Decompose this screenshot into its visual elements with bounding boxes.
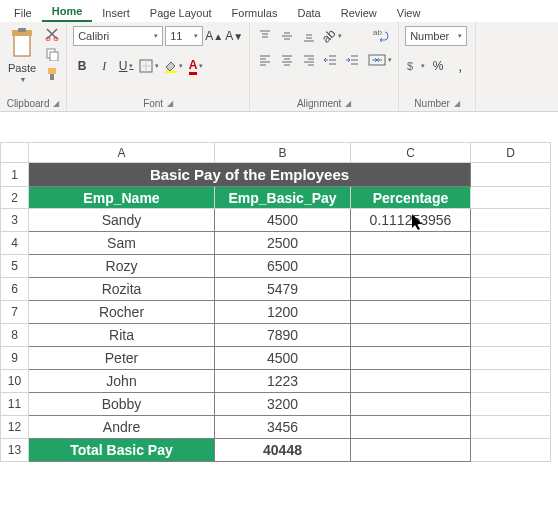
- comma-button[interactable]: ,: [451, 56, 469, 76]
- cell[interactable]: [351, 255, 471, 278]
- chevron-down-icon: ▾: [458, 32, 462, 40]
- cell[interactable]: 6500: [215, 255, 351, 278]
- cell[interactable]: 1200: [215, 301, 351, 324]
- col-emp-name[interactable]: Emp_Name: [29, 187, 215, 209]
- cell[interactable]: [351, 232, 471, 255]
- cell[interactable]: Andre: [29, 416, 215, 439]
- tab-view[interactable]: View: [387, 4, 431, 22]
- tab-formulas[interactable]: Formulas: [222, 4, 288, 22]
- cell[interactable]: [351, 301, 471, 324]
- cell[interactable]: [351, 416, 471, 439]
- select-all-corner[interactable]: [1, 143, 29, 163]
- cell[interactable]: [351, 370, 471, 393]
- align-left-button[interactable]: [256, 50, 274, 70]
- cell[interactable]: 2500: [215, 232, 351, 255]
- row-header[interactable]: 13: [1, 439, 29, 462]
- increase-font-button[interactable]: A▲: [205, 26, 223, 46]
- cell[interactable]: 3200: [215, 393, 351, 416]
- col-emp-pay[interactable]: Emp_Basic_Pay: [215, 187, 351, 209]
- cell[interactable]: Rita: [29, 324, 215, 347]
- copy-button[interactable]: [44, 46, 60, 62]
- tab-file[interactable]: File: [4, 4, 42, 22]
- cell[interactable]: Rocher: [29, 301, 215, 324]
- expand-icon[interactable]: ◢: [53, 99, 59, 108]
- cut-icon: [45, 27, 59, 41]
- sheet-title[interactable]: Basic Pay of the Employees: [29, 163, 471, 187]
- col-header-d[interactable]: D: [471, 143, 551, 163]
- row-header[interactable]: 2: [1, 187, 29, 209]
- italic-button[interactable]: I: [95, 56, 113, 76]
- currency-button[interactable]: $▾: [405, 56, 425, 76]
- cell[interactable]: [351, 278, 471, 301]
- paste-button[interactable]: Paste ▼: [6, 26, 38, 85]
- tab-review[interactable]: Review: [331, 4, 387, 22]
- border-button[interactable]: ▾: [139, 56, 159, 76]
- font-name-select[interactable]: Calibri▾: [73, 26, 163, 46]
- expand-icon[interactable]: ◢: [345, 99, 351, 108]
- total-label[interactable]: Total Basic Pay: [29, 439, 215, 462]
- total-value[interactable]: 40448: [215, 439, 351, 462]
- cell[interactable]: [351, 393, 471, 416]
- percent-button[interactable]: %: [429, 56, 447, 76]
- decrease-indent-button[interactable]: [322, 50, 340, 70]
- tab-insert[interactable]: Insert: [92, 4, 140, 22]
- align-center-button[interactable]: [278, 50, 296, 70]
- cell[interactable]: [351, 439, 471, 462]
- align-bottom-button[interactable]: [300, 26, 318, 46]
- col-header-c[interactable]: C: [351, 143, 471, 163]
- format-painter-button[interactable]: [44, 66, 60, 82]
- row-header[interactable]: 10: [1, 370, 29, 393]
- cell[interactable]: [351, 324, 471, 347]
- increase-indent-button[interactable]: [344, 50, 362, 70]
- align-right-button[interactable]: [300, 50, 318, 70]
- grid[interactable]: A B C D 1 Basic Pay of the Employees 2 E…: [0, 142, 551, 462]
- row-header[interactable]: 4: [1, 232, 29, 255]
- cell[interactable]: Bobby: [29, 393, 215, 416]
- expand-icon[interactable]: ◢: [454, 99, 460, 108]
- cell[interactable]: 5479: [215, 278, 351, 301]
- orientation-button[interactable]: ab▾: [322, 26, 341, 46]
- number-format-select[interactable]: Number▾: [405, 26, 467, 46]
- border-icon: [139, 59, 153, 73]
- tab-page-layout[interactable]: Page Layout: [140, 4, 222, 22]
- cell[interactable]: 4500: [215, 209, 351, 232]
- tab-data[interactable]: Data: [287, 4, 330, 22]
- cut-button[interactable]: [44, 26, 60, 42]
- row-header[interactable]: 6: [1, 278, 29, 301]
- wrap-text-button[interactable]: ab: [368, 26, 392, 46]
- decrease-font-button[interactable]: A▼: [225, 26, 243, 46]
- cell[interactable]: 4500: [215, 347, 351, 370]
- row-header[interactable]: 1: [1, 163, 29, 187]
- col-header-a[interactable]: A: [29, 143, 215, 163]
- cell[interactable]: 7890: [215, 324, 351, 347]
- cell[interactable]: 1223: [215, 370, 351, 393]
- row-header[interactable]: 8: [1, 324, 29, 347]
- row-header[interactable]: 9: [1, 347, 29, 370]
- cell[interactable]: 3456: [215, 416, 351, 439]
- merge-button[interactable]: ▾: [368, 50, 392, 70]
- row-header[interactable]: 12: [1, 416, 29, 439]
- font-color-button[interactable]: A▾: [187, 56, 205, 76]
- font-size-select[interactable]: 11▾: [165, 26, 203, 46]
- cell[interactable]: Rozy: [29, 255, 215, 278]
- row-header[interactable]: 7: [1, 301, 29, 324]
- cell[interactable]: Sandy: [29, 209, 215, 232]
- cell[interactable]: Rozita: [29, 278, 215, 301]
- col-header-b[interactable]: B: [215, 143, 351, 163]
- align-middle-button[interactable]: [278, 26, 296, 46]
- fill-color-button[interactable]: ▾: [163, 56, 183, 76]
- underline-button[interactable]: U▾: [117, 56, 135, 76]
- cell[interactable]: John: [29, 370, 215, 393]
- cell[interactable]: [351, 347, 471, 370]
- bold-button[interactable]: B: [73, 56, 91, 76]
- cell[interactable]: Peter: [29, 347, 215, 370]
- align-top-button[interactable]: [256, 26, 274, 46]
- row-header[interactable]: 5: [1, 255, 29, 278]
- tab-home[interactable]: Home: [42, 2, 93, 22]
- cell[interactable]: Sam: [29, 232, 215, 255]
- row-header[interactable]: 3: [1, 209, 29, 232]
- row-header[interactable]: 11: [1, 393, 29, 416]
- col-percentage[interactable]: Percentage: [351, 187, 471, 209]
- cell[interactable]: 0.111253956: [351, 209, 471, 232]
- expand-icon[interactable]: ◢: [167, 99, 173, 108]
